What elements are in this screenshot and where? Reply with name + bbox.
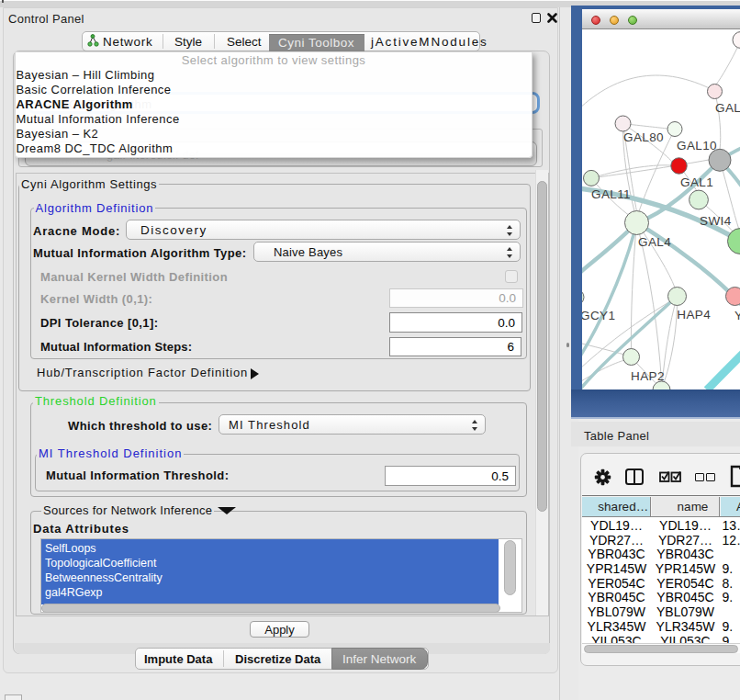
svg-text:GAL4: GAL4 [638, 235, 671, 249]
svg-text:GCY1: GCY1 [582, 309, 615, 322]
svg-text:Y: Y [734, 309, 740, 322]
svg-text:HAP2: HAP2 [631, 369, 665, 383]
svg-text:HAP4: HAP4 [677, 308, 711, 322]
svg-text:SWI4: SWI4 [700, 214, 732, 228]
svg-text:GAL11: GAL11 [591, 187, 631, 201]
svg-text:GAL7: GAL7 [715, 101, 740, 115]
svg-text:GAL10: GAL10 [677, 139, 717, 152]
svg-text:GAL80: GAL80 [623, 130, 664, 144]
svg-text:GAL1: GAL1 [680, 175, 713, 189]
